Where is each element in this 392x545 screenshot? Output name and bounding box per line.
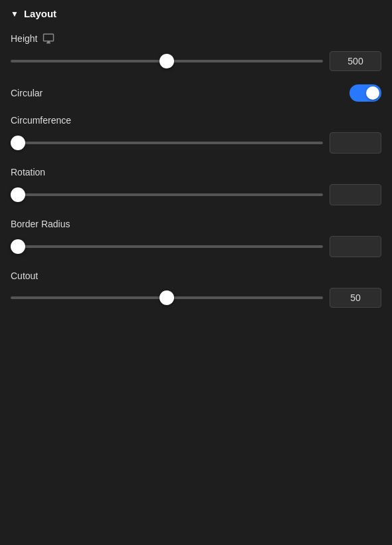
section-title: Layout <box>24 8 56 19</box>
height-field-group: Height <box>11 33 381 71</box>
circumference-slider[interactable] <box>11 142 323 144</box>
cutout-input[interactable] <box>330 288 381 308</box>
border-radius-field-group: Border Radius <box>11 219 381 257</box>
rotation-input[interactable] <box>330 184 381 205</box>
rotation-field-group: Rotation <box>11 167 381 205</box>
cutout-slider[interactable] <box>11 296 323 299</box>
circumference-slider-wrapper <box>11 136 323 150</box>
circular-label: Circular <box>11 88 43 98</box>
cutout-field-group: Cutout <box>11 271 381 308</box>
collapse-chevron-icon: ▼ <box>11 9 19 19</box>
circular-toggle[interactable] <box>349 84 381 102</box>
border-radius-input[interactable] <box>330 236 381 257</box>
cutout-label: Cutout <box>11 271 38 281</box>
circumference-input[interactable] <box>330 132 381 154</box>
circumference-label: Circumference <box>11 115 71 126</box>
height-label: Height <box>11 33 37 44</box>
toggle-thumb <box>366 86 379 100</box>
cutout-slider-wrapper <box>11 291 323 304</box>
border-radius-slider[interactable] <box>11 245 323 248</box>
rotation-slider-wrapper <box>11 188 323 201</box>
circumference-field-group: Circumference <box>11 115 381 154</box>
height-slider-wrapper <box>11 54 323 68</box>
border-radius-slider-wrapper <box>11 240 323 253</box>
height-slider[interactable] <box>11 60 323 62</box>
rotation-label: Rotation <box>11 167 45 177</box>
height-input[interactable] <box>330 51 381 71</box>
circular-field-group: Circular <box>11 84 381 102</box>
border-radius-label: Border Radius <box>11 219 70 229</box>
monitor-icon <box>43 33 54 45</box>
rotation-slider[interactable] <box>11 193 323 196</box>
section-header[interactable]: ▼ Layout <box>11 8 381 19</box>
